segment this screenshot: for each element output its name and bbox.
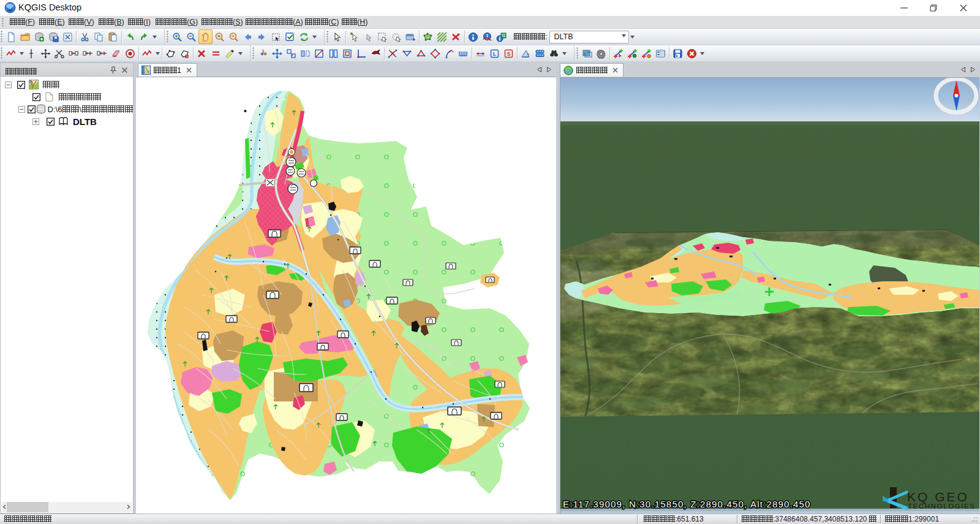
svg-text:KQ GEO: KQ GEO bbox=[907, 490, 969, 504]
svg-text:S: S bbox=[507, 51, 510, 57]
svg-text:L: L bbox=[493, 51, 497, 57]
svg-text:?: ? bbox=[527, 53, 529, 57]
svg-text:TECHNOLOGIES: TECHNOLOGIES bbox=[908, 503, 976, 510]
svg-text:E:117.39009, N:30.15850, Z:289: E:117.39009, N:30.15850, Z:2890.450, Alt… bbox=[563, 499, 811, 509]
